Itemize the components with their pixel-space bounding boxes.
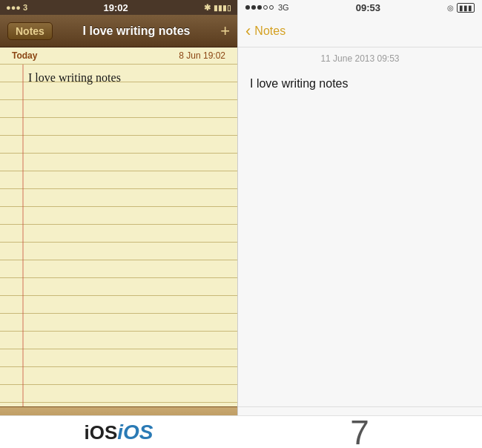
ios7-signal-dot-3 (257, 5, 262, 10)
ios6-date-label: Today (12, 50, 37, 61)
ios7-status-right: ◎ ▮▮▮ (447, 3, 475, 13)
ios7-carrier: 3G (278, 3, 289, 12)
ios6-bluetooth-icon: ✱ (204, 3, 211, 13)
ios6-note-body[interactable]: I love writing notes (0, 65, 237, 406)
ios7-signal-dot-5 (269, 5, 274, 10)
ios6-add-button[interactable]: + (220, 22, 230, 41)
ios6-nav-title: I love writing notes (59, 24, 214, 38)
ios6-status-bar: ●●● 3 19:02 ✱ ▮▮▮▯ (0, 0, 237, 15)
ios7-brand-area: 7 (237, 416, 482, 448)
ios7-location-icon: ◎ (447, 4, 454, 12)
ios7-back-label[interactable]: Notes (254, 24, 285, 38)
ios7-back-button[interactable]: ‹ Notes (245, 22, 285, 41)
ios7-signal-dot-1 (245, 5, 250, 10)
ios6-nav-bar: Notes I love writing notes + (0, 15, 237, 47)
ios7-status-bar: 3G 09:53 ◎ ▮▮▮ (238, 0, 482, 15)
ios6-panel: ●●● 3 19:02 ✱ ▮▮▮▯ Notes I love writing … (0, 0, 237, 448)
ios6-note-text: I love writing notes (28, 69, 230, 87)
ios6-battery-icon: ▮▮▮▯ (214, 4, 231, 12)
ios7-status-left: 3G (245, 3, 289, 12)
ios6-date-value: 8 Jun 19:02 (179, 50, 225, 61)
ios7-note-meta: 11 June 2013 09:53 (238, 47, 482, 67)
ios6-status-right: ✱ ▮▮▮▯ (204, 3, 231, 13)
ios6-lined-paper (0, 65, 237, 406)
ios6-back-button[interactable]: Notes (7, 22, 53, 40)
ios7-note-text: I love writing notes (250, 77, 349, 90)
ios6-brand-area: iOSiOS (0, 416, 237, 448)
ios7-battery-icon: ▮▮▮ (457, 3, 475, 13)
ios6-note-header: Today 8 Jun 19:02 (0, 47, 237, 65)
ios6-red-margin-line (22, 65, 24, 406)
ios6-brand-label: iOSiOS (84, 421, 153, 444)
ios6-time: 19:02 (103, 2, 128, 13)
ios7-nav-bar: ‹ Notes (238, 15, 482, 47)
ios7-signal-dot-4 (263, 5, 268, 10)
ios7-brand-label: 7 (350, 415, 369, 449)
ios7-back-chevron-icon: ‹ (245, 22, 251, 41)
bottom-labels-bar: iOSiOS 7 (0, 415, 482, 448)
ios7-time: 09:53 (356, 2, 380, 13)
ios7-panel: 3G 09:53 ◎ ▮▮▮ ‹ Notes 11 June 2013 09:5… (238, 0, 482, 448)
ios6-status-left: ●●● 3 (6, 3, 27, 12)
ios6-brand-number: iOS (117, 421, 153, 444)
ios6-signal: ●●● 3 (6, 3, 27, 12)
ios7-note-body[interactable]: I love writing notes (238, 67, 482, 406)
ios7-signal-dot-2 (251, 5, 256, 10)
